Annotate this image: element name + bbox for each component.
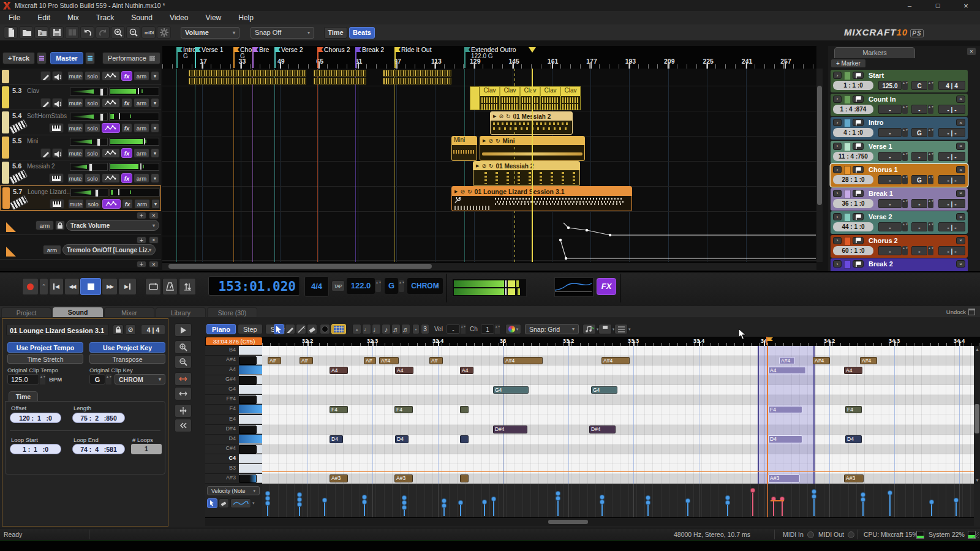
piano-key[interactable] — [239, 444, 262, 454]
redo-icon[interactable] — [96, 26, 110, 39]
go-to-end-button[interactable]: ▶ — [118, 278, 137, 295]
mute-button[interactable]: mute — [67, 71, 83, 81]
marker-color-chip[interactable] — [844, 237, 851, 246]
fx-button[interactable]: fx — [121, 173, 132, 183]
track-chevron-button[interactable]: ▾ — [151, 173, 159, 183]
marker-time-field[interactable]: 44 : 1 :0 — [833, 222, 873, 231]
spinner[interactable]: ▲▼ — [928, 152, 933, 161]
clav-clip[interactable]: Clav — [520, 86, 540, 110]
marker-flag-button[interactable] — [853, 213, 864, 220]
timeline-ruler[interactable]: 1733496581971131291451611771932092252412… — [162, 46, 816, 69]
beats-toggle-button[interactable]: Beats — [349, 27, 375, 39]
vel-spinner[interactable]: ▲▼ — [461, 324, 466, 334]
piano-roll-grid[interactable]: A#A#A#A#4A#A#4A#4A#4A#4A#4A4A4A4A4A4G4G4… — [262, 346, 974, 484]
velocity-dot[interactable] — [954, 498, 959, 503]
track-row[interactable]: 5.5Minimutesolofxarm▾ — [0, 135, 161, 160]
markers-close-button[interactable]: × — [967, 47, 976, 56]
arm-button[interactable]: arm — [134, 148, 149, 158]
keyboard-icon[interactable] — [49, 173, 64, 183]
import-icon[interactable]: a — [34, 26, 48, 39]
piano-note[interactable]: A# — [429, 357, 443, 365]
marker-key-field[interactable]: - — [911, 199, 927, 208]
note-duration-button[interactable]: ♬ — [401, 324, 410, 334]
master-audio-strip[interactable] — [383, 78, 451, 84]
clip-lock-button[interactable] — [113, 324, 124, 335]
piano-note[interactable]: F4 — [768, 406, 802, 414]
note-duration-button[interactable]: ♬ — [391, 324, 401, 334]
vel-pointer-tool[interactable] — [207, 498, 217, 508]
drum-grid-button[interactable] — [331, 324, 346, 334]
metronome-button[interactable] — [162, 278, 178, 295]
automation-button[interactable] — [102, 173, 120, 183]
velocity-dot[interactable] — [458, 500, 463, 505]
vel-eraser-tool[interactable] — [219, 498, 229, 508]
loop-end-field[interactable]: 74 : 4 :581 — [72, 444, 125, 454]
marker-flag-button[interactable] — [853, 96, 864, 103]
editor-h-expand-button[interactable] — [175, 372, 192, 386]
use-project-tempo-button[interactable]: Use Project Tempo — [7, 342, 83, 353]
piano-key[interactable] — [239, 474, 262, 483]
clip-sig-box[interactable]: 4 | 4 — [141, 324, 165, 335]
open-folder-icon[interactable] — [19, 26, 33, 39]
marker-flag-button[interactable] — [853, 72, 864, 79]
mute-button[interactable]: mute — [67, 98, 83, 108]
piano-note[interactable]: A4 — [768, 367, 806, 375]
marker-sig-field[interactable]: - | - — [938, 246, 965, 255]
master-audio-strip[interactable] — [383, 70, 451, 77]
ch-field[interactable]: 1 — [481, 324, 494, 334]
tab-store-30-[interactable]: Store (30) — [207, 307, 257, 317]
spinner[interactable]: ▲▼ — [928, 199, 933, 208]
track-row[interactable]: 5.3Clavmutesolofxarm▾ — [0, 85, 161, 110]
marker-key-field[interactable]: - — [911, 152, 927, 161]
marker-tempo-field[interactable]: 125.0 — [878, 81, 902, 90]
marker-color-chip[interactable] — [844, 96, 851, 104]
marker-color-chip[interactable] — [844, 72, 851, 80]
menu-track[interactable]: Track — [88, 13, 123, 22]
editor-h-fit-button[interactable] — [175, 387, 192, 400]
key-spinner[interactable]: ▲▼ — [399, 280, 404, 292]
automation-button[interactable] — [102, 98, 120, 108]
velocity-dot[interactable] — [888, 490, 892, 495]
velocity-dot[interactable] — [265, 496, 270, 501]
marker-color-chip[interactable] — [844, 166, 851, 174]
clav-clip[interactable]: Clav — [480, 86, 500, 110]
mute-button[interactable]: mute — [67, 148, 83, 158]
piano-key[interactable] — [239, 454, 262, 463]
solo-button[interactable]: solo — [85, 199, 101, 209]
velocity-dot[interactable] — [750, 488, 755, 493]
piano-note[interactable]: A# — [300, 357, 313, 365]
fx-button[interactable]: fx — [121, 71, 132, 81]
piano-note[interactable]: G4 — [591, 386, 617, 394]
velocity-dot[interactable] — [265, 501, 270, 506]
time-signature-display[interactable]: 4/4 — [304, 276, 329, 297]
editor-zoom-out-button[interactable] — [175, 355, 192, 369]
automation-button[interactable] — [102, 148, 120, 158]
marker-color-chip[interactable] — [844, 213, 851, 222]
use-project-key-button[interactable]: Use Project Key — [89, 342, 165, 353]
tempo-display[interactable]: 122.0 — [347, 278, 375, 294]
piano-note[interactable] — [460, 474, 469, 482]
markers-tab[interactable]: Markers — [834, 47, 915, 58]
marker-expand-button[interactable]: › — [833, 237, 842, 244]
velocity-dot[interactable] — [556, 496, 560, 501]
piano-key-row[interactable]: C#4 — [205, 444, 262, 454]
automation-button[interactable] — [102, 123, 120, 133]
add-track-button[interactable]: +Track — [2, 52, 35, 64]
marker-sig-field[interactable]: - | - — [938, 199, 965, 208]
clav-clip[interactable]: Clav — [500, 86, 520, 110]
marker-flag-button[interactable] — [853, 166, 864, 173]
marker-time-field[interactable]: 60 : 1 :0 — [833, 246, 873, 255]
piano-note[interactable]: A#4 — [779, 357, 795, 365]
volume-dropdown[interactable]: Volume▾ — [181, 27, 239, 39]
note-duration-button[interactable]: ♪ — [382, 324, 391, 334]
spinner[interactable]: ▲▼ — [928, 175, 933, 184]
note-duration-button[interactable]: ♩ — [362, 324, 371, 334]
marker-tempo-field[interactable]: - — [878, 222, 902, 231]
piano-key[interactable] — [239, 425, 262, 434]
marker-key-field[interactable]: C — [911, 81, 927, 90]
lane-close-button[interactable]: × — [149, 261, 159, 268]
note-color-button[interactable] — [320, 324, 330, 334]
note-duration-button[interactable]: 𝅝 — [352, 324, 361, 334]
track-row[interactable]: 5.6Messiah 2mutesolofxarm▾ — [0, 160, 161, 186]
piano-note[interactable]: D4 — [845, 435, 862, 443]
